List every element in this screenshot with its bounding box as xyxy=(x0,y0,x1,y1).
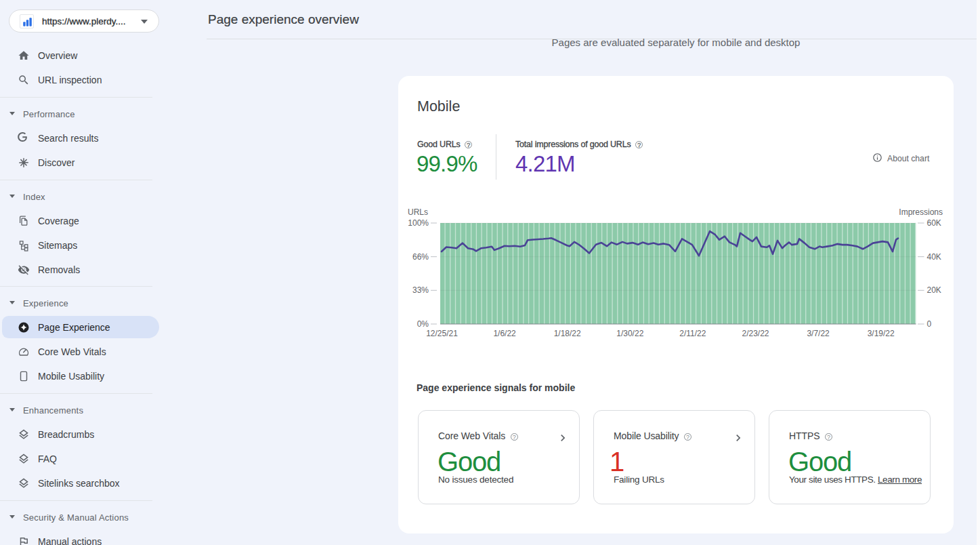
svg-text:100%: 100% xyxy=(408,218,429,228)
svg-text:12/25/21: 12/25/21 xyxy=(426,329,458,338)
svg-text:3/7/22: 3/7/22 xyxy=(807,329,830,338)
svg-text:2/23/22: 2/23/22 xyxy=(742,329,769,338)
svg-text:1/6/22: 1/6/22 xyxy=(493,329,516,338)
svg-text:60K: 60K xyxy=(927,218,941,228)
svg-text:Impressions: Impressions xyxy=(899,207,943,217)
svg-text:0: 0 xyxy=(927,319,932,329)
svg-text:3/19/22: 3/19/22 xyxy=(868,329,895,338)
svg-text:1/30/22: 1/30/22 xyxy=(616,329,643,338)
svg-text:URLs: URLs xyxy=(408,207,428,217)
svg-text:40K: 40K xyxy=(927,252,941,262)
svg-text:0%: 0% xyxy=(417,319,429,329)
svg-text:2/11/22: 2/11/22 xyxy=(679,329,706,338)
svg-text:20K: 20K xyxy=(927,285,941,295)
svg-text:33%: 33% xyxy=(412,285,429,295)
svg-text:1/18/22: 1/18/22 xyxy=(554,329,581,338)
svg-text:66%: 66% xyxy=(412,252,429,262)
